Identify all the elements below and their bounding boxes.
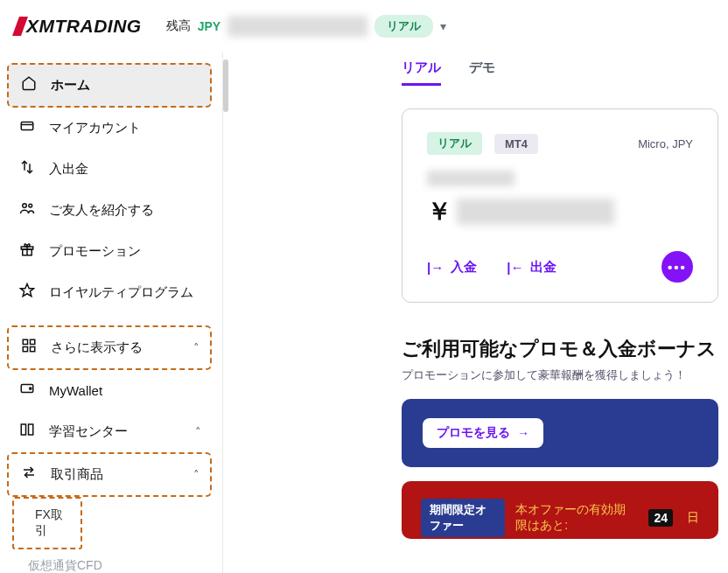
sidebar-item-label: 学習センター [49,423,128,440]
star-icon [18,283,37,303]
more-actions-button[interactable]: ••• [662,251,693,283]
transfer-icon [18,159,37,179]
tab-label: リアル [402,59,441,74]
platform-badge: MT4 [494,134,538,154]
wallet-icon [18,381,37,401]
sidebar-item-label: さらに表示する [51,339,143,356]
sidebar-item-instruments[interactable]: 取引商品 ˄ [7,452,212,497]
arrow-right-icon: → [517,426,529,440]
svg-rect-10 [23,347,27,352]
deposit-label: 入金 [451,259,477,276]
grid-icon [19,338,38,358]
account-icon [18,118,37,138]
balance-value-redacted [457,199,614,225]
sidebar-item-funds[interactable]: 入出金 [7,149,212,190]
sidebar-item-mywallet[interactable]: MyWallet [7,370,212,411]
sidebar-item-promotion[interactable]: プロモーション [7,231,212,272]
withdraw-label: 出金 [530,259,556,276]
chevron-up-icon: ˄ [193,468,200,481]
chevron-up-icon: ˄ [195,425,201,438]
tab-real[interactable]: リアル [402,59,441,86]
sidebar-item-label: 取引商品 [51,466,103,483]
sidebar-subitem-fx[interactable]: FX取引 [12,497,82,549]
tab-label: デモ [469,59,495,74]
offer-banner[interactable]: 期間限定オファー 本オファーの有効期限はあと: 24 日 [402,481,718,539]
balance-label: 残高 [166,18,191,34]
account-number-redacted [427,171,514,186]
yen-icon: ￥ [427,195,452,228]
see-promo-label: プロモを見る [437,425,510,441]
account-card: リアル MT4 Micro, JPY ￥ |→ 入金 |← [402,108,718,303]
account-balance: ￥ [427,195,693,228]
see-promo-button[interactable]: プロモを見る → [423,418,543,448]
deposit-button[interactable]: |→ 入金 [427,259,477,276]
sidebar-item-learning[interactable]: 学習センター ˄ [7,411,212,452]
brand-text: XMTRADING [26,16,142,37]
account-meta: Micro, JPY [638,137,693,150]
svg-rect-8 [23,339,27,344]
svg-marker-7 [21,284,34,297]
brand-logo[interactable]: XMTRADING [16,16,142,37]
svg-rect-9 [31,339,35,344]
gift-icon [18,241,37,262]
chevron-up-icon: ˄ [193,341,200,354]
sidebar-item-show-more[interactable]: さらに表示する ˄ [7,325,212,370]
more-icon: ••• [668,260,687,275]
balance-value-redacted [228,16,368,37]
svg-point-2 [23,204,27,208]
swap-icon [19,465,38,485]
sidebar-item-label: プロモーション [49,243,141,260]
sidebar-item-label: マイアカウント [49,120,141,136]
sidebar-subitem-label: 仮想通貨CFD [28,558,102,572]
svg-rect-0 [21,122,33,130]
sidebar-item-label: 入出金 [49,161,88,178]
promo-title: ご利用可能なプロモ＆入金ボーナス [402,336,728,362]
svg-point-13 [30,388,32,389]
home-icon [19,75,38,95]
sidebar-subitem-label: FX取引 [35,507,63,537]
offer-text-post: 日 [687,510,699,526]
sidebar: ホーム マイアカウント 入出金 ご友人を紹介する [0,52,223,573]
sidebar-subitem-crypto[interactable]: 仮想通貨CFD [7,549,212,573]
withdraw-icon: |← [507,260,523,275]
top-header: XMTRADING 残高 JPY リアル ▾ [0,0,728,52]
promo-subtitle: プロモーションに参加して豪華報酬を獲得しましょう！ [402,367,728,383]
svg-rect-11 [31,347,35,352]
chevron-down-icon[interactable]: ▾ [440,19,446,33]
sidebar-item-label: ロイヤルティプログラム [49,284,193,301]
sidebar-item-home[interactable]: ホーム [7,63,212,108]
sidebar-item-referral[interactable]: ご友人を紹介する [7,190,212,231]
sidebar-item-myaccount[interactable]: マイアカウント [7,108,212,149]
balance-currency: JPY [198,19,220,33]
offer-days: 24 [648,509,673,527]
offer-text-pre: 本オファーの有効期限はあと: [515,502,634,534]
withdraw-button[interactable]: |← 出金 [507,259,556,276]
sidebar-item-label: ホーム [51,77,90,94]
promo-banner: プロモを見る → [402,399,718,467]
main-content: リアル デモ リアル MT4 Micro, JPY ￥ [231,52,728,573]
svg-point-3 [29,204,32,207]
sidebar-item-label: MyWallet [49,383,102,398]
tab-demo[interactable]: デモ [469,59,495,86]
card-badges: リアル MT4 Micro, JPY [427,132,693,155]
deposit-icon: |→ [427,260,444,275]
referral-icon [18,200,37,220]
account-type-badge: リアル [427,132,482,155]
account-tabs: リアル デモ [402,59,728,108]
sidebar-item-loyalty[interactable]: ロイヤルティプログラム [7,272,212,313]
account-type-pill: リアル [374,15,433,38]
balance-display[interactable]: 残高 JPY リアル ▾ [166,15,446,38]
sidebar-item-label: ご友人を紹介する [49,202,154,219]
offer-pill: 期間限定オファー [421,499,505,537]
book-icon [18,422,37,442]
sidebar-scrollbar[interactable] [223,59,228,112]
